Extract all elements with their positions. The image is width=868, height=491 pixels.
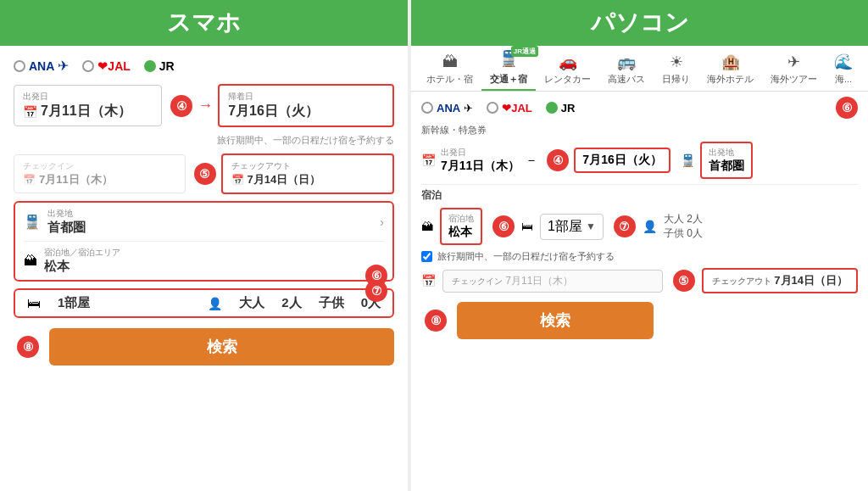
sp-person-icon: 👤 <box>208 297 222 310</box>
pc-departure-field[interactable]: 出発日 7月11日（木） <box>441 147 520 174</box>
sp-checkin-box[interactable]: チェックイン 📅 7月11日（木） <box>14 154 186 193</box>
sp-departure-box[interactable]: 出発日 📅 7月11日（木） <box>14 85 162 126</box>
sp-origin-hotel-wrapper: 🚆 出発地 首都圏 › 🏔 宿泊地／宿泊エリア 松本 ⑥ <box>14 201 394 282</box>
sp-radio-jal[interactable]: ❤JAL <box>82 59 130 73</box>
pc-nav-overseas-hotel[interactable]: 🏨 海外ホテル <box>698 49 762 91</box>
sp-checkout-cal-icon: 📅 <box>231 174 244 186</box>
pc-badge: JR通過 <box>511 46 538 57</box>
sp-checkin-cal-icon: 📅 <box>23 174 36 186</box>
pc-date-origin-row: 📅 出発日 7月11日（木） － ④ 7月16日（火） 🚆 出発地 首都圏 <box>421 142 858 179</box>
pc-dash: － <box>525 152 538 170</box>
pc-train-icon: 🚆 <box>681 153 695 167</box>
sp-search-row: ⑧ 検索 <box>14 328 394 365</box>
pc-adults-display: 大人 2人 子供 0人 <box>664 212 703 241</box>
pc-origin-label: 出発地 <box>709 147 744 159</box>
pc-checkin-date: 7月11日（木） <box>505 275 573 287</box>
sp-cal-icon: 📅 <box>23 105 37 119</box>
sp-origin-value: 首都圏 <box>47 220 86 236</box>
pc-day-icon: ☀ <box>670 53 683 71</box>
pc-nav-rental-label: レンタカー <box>544 73 591 86</box>
sp-radio-jr[interactable]: JR <box>144 59 175 73</box>
sp-checkout-date: 7月14日（日） <box>248 172 321 187</box>
pc-bus-icon: 🚌 <box>617 53 636 71</box>
pc-search-button[interactable]: 検索 <box>457 302 654 339</box>
pc-hotel-area-box[interactable]: 宿泊地 松本 <box>440 208 482 245</box>
pc-ana-icon: ✈ <box>464 102 473 114</box>
pc-departure-date: 7月11日（木） <box>441 159 520 174</box>
sp-hotel-row[interactable]: 🏔 宿泊地／宿泊エリア 松本 <box>24 247 384 275</box>
pc-nav-rental[interactable]: 🚗 レンタカー <box>536 49 599 91</box>
pc-radio-jr[interactable]: JR <box>546 102 576 114</box>
pc-shinkansen-label: 新幹線・特急券 <box>421 124 858 137</box>
pc-dropdown-arrow: ▼ <box>586 220 596 232</box>
pc-nav-bus[interactable]: 🚌 高速バス <box>599 49 654 91</box>
sp-ana-icon: ✈ <box>58 58 69 74</box>
pc-overseas-tour-icon: ✈ <box>787 53 800 71</box>
pc-checkin-cal-icon: 📅 <box>421 274 436 287</box>
pc-partial-text: 旅行期間中、一部の日程だけ宿を予約する <box>437 250 615 263</box>
pc-partial-checkbox[interactable] <box>421 251 432 262</box>
sp-badge-4: ④ <box>170 95 192 117</box>
smartphone-panel: スマホ ANA ✈ ❤JAL JR 出発日 📅 <box>0 0 408 491</box>
pc-origin-box[interactable]: 出発地 首都圏 <box>700 142 753 179</box>
sp-badge-7: ⑦ <box>365 280 387 302</box>
pc-radio-row: ANA ✈ ❤JAL JR ⑥ <box>421 97 858 119</box>
pc-return-date: 7月16日（火） <box>582 153 661 168</box>
pc-header: パソコン <box>411 0 868 46</box>
pc-radio-jr-circle <box>546 102 558 114</box>
pc-nav-transport[interactable]: 🚆 JR通過 交通＋宿 <box>481 46 536 91</box>
sp-badge-8: ⑧ <box>17 336 39 358</box>
sp-train-icon: 🚆 <box>24 214 41 230</box>
sp-checkin-row: チェックイン 📅 7月11日（木） ⑤ チェックアウト 📅 7月14日（日） <box>14 153 394 194</box>
sp-hotel-value: 松本 <box>44 259 120 275</box>
pc-nav-overseas-tour-label: 海外ツアー <box>771 73 817 86</box>
sp-search-button[interactable]: 検索 <box>49 328 394 365</box>
sp-arrow-icon: → <box>198 97 213 114</box>
pc-overseas-hotel-icon: 🏨 <box>721 53 740 71</box>
sp-rooms-row[interactable]: 🛏 1部屋 👤 大人 2人 子供 0人 <box>14 288 394 318</box>
pc-search-row: ⑧ 検索 <box>421 302 858 339</box>
pc-jr-label: JR <box>561 102 576 114</box>
pc-radio-jal[interactable]: ❤JAL <box>487 102 532 114</box>
sp-partial-text: 旅行期間中、一部の日程だけ宿を予約する <box>14 134 394 147</box>
sp-radio-jal-circle <box>82 60 94 72</box>
sp-departure-date: 7月11日（木） <box>41 103 131 120</box>
sp-return-box[interactable]: 帰着日 7月16日（火） <box>218 84 394 127</box>
pc-checkout-label: チェックアウト <box>712 276 771 286</box>
pc-nav-hotel[interactable]: 🏔 ホテル・宿 <box>418 50 481 91</box>
pc-checkin-field[interactable]: チェックイン 7月11日（木） <box>442 270 663 293</box>
pc-person-icon: 👤 <box>643 220 657 233</box>
pc-ana-label: ANA <box>437 102 460 114</box>
smartphone-body: ANA ✈ ❤JAL JR 出発日 📅 7月11日（木） ④ → <box>0 46 408 491</box>
sp-checkout-box[interactable]: チェックアウト 📅 7月14日（日） <box>221 153 395 194</box>
pc-nav-day[interactable]: ☀ 日帰り <box>654 49 698 91</box>
pc-sea-icon: 🌊 <box>834 53 853 71</box>
sp-return-label: 帰着日 <box>228 91 384 103</box>
pc-rooms-value: 1部屋 <box>548 218 582 236</box>
pc-rooms-select[interactable]: 1部屋 ▼ <box>540 214 604 240</box>
sp-origin-arrow: › <box>380 215 384 229</box>
pc-nav-overseas-tour[interactable]: ✈ 海外ツアー <box>762 49 826 91</box>
pc-radio-ana-circle <box>421 102 433 114</box>
pc-nav-hotel-label: ホテル・宿 <box>426 73 473 86</box>
sp-radio-ana[interactable]: ANA ✈ <box>14 58 69 74</box>
pc-rental-icon: 🚗 <box>559 53 577 71</box>
sp-adults-label: 大人 <box>239 295 264 311</box>
sp-date-row: 出発日 📅 7月11日（木） ④ → 帰着日 7月16日（火） <box>14 84 394 127</box>
pc-checkout-field[interactable]: チェックアウト 7月14日（日） <box>702 268 858 293</box>
pc-room-icon: 🛏 <box>521 220 533 233</box>
pc-nav-transport-wrap: 🚆 JR通過 <box>499 49 518 68</box>
sp-origin-row[interactable]: 🚆 出発地 首都圏 › <box>24 208 384 236</box>
pc-badge-5: ⑤ <box>673 270 695 292</box>
pc-hotel-area-value: 松本 <box>448 225 474 240</box>
pc-radio-ana[interactable]: ANA ✈ <box>421 102 473 114</box>
sp-children-label: 子供 <box>319 295 344 311</box>
pc-badge-6-origin: ⑥ <box>836 97 858 119</box>
pc-nav-day-label: 日帰り <box>662 73 690 86</box>
pc-badge-8: ⑧ <box>425 310 447 332</box>
sp-ana-label: ANA <box>29 59 54 73</box>
pc-nav-sea[interactable]: 🌊 海... <box>826 49 861 91</box>
pc-checkin-label: チェックイン <box>452 276 503 286</box>
pc-return-box[interactable]: 7月16日（火） <box>574 148 670 173</box>
sp-divider <box>24 241 384 242</box>
